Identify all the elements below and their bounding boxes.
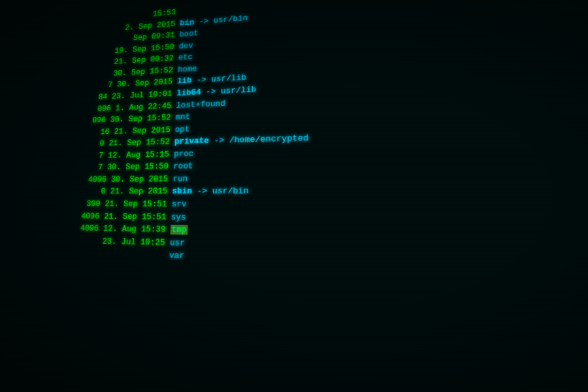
terminal-window: 15:53 2. Sep 2015 bin -> usr/bin Sep 09:… (0, 0, 588, 392)
file-name: root (173, 160, 193, 173)
file-name: tmp (170, 223, 188, 237)
file-name: proc (174, 148, 194, 161)
file-name: var (169, 250, 185, 263)
file-meta: 0 21. Sep 2015 (9, 186, 172, 198)
file-meta: 4096 30. Sep 2015 (10, 173, 173, 186)
file-name: opt (174, 123, 189, 135)
file-name: boot (179, 27, 199, 41)
file-name: srv (171, 198, 187, 211)
file-name: home (178, 63, 197, 76)
file-name: sys (171, 210, 186, 223)
file-name: usr (170, 237, 186, 250)
file-name: dev (178, 40, 193, 52)
file-name: sbin -> usr/bin (172, 185, 249, 198)
file-meta (5, 253, 169, 257)
file-name: run (172, 172, 188, 185)
terminal-content: 15:53 2. Sep 2015 bin -> usr/bin Sep 09:… (8, 0, 588, 392)
file-listing: 15:53 2. Sep 2015 bin -> usr/bin Sep 09:… (4, 0, 588, 280)
file-meta: 300 21. Sep 15:51 (8, 198, 172, 211)
file-name: mnt (175, 111, 190, 123)
file-name: lost+found (176, 97, 225, 112)
file-name: etc (178, 51, 193, 63)
